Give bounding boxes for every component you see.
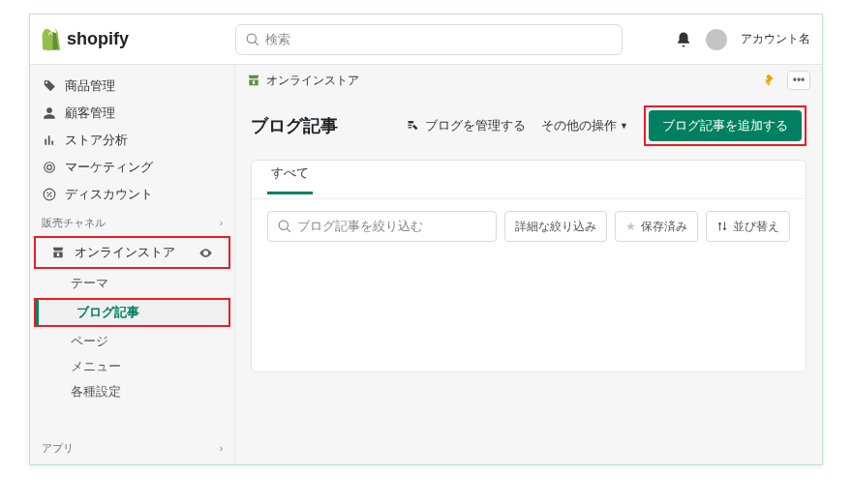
breadcrumb: オンラインストア — [247, 73, 359, 89]
shopify-bag-icon — [42, 29, 61, 50]
more-actions-button[interactable]: ••• — [787, 71, 810, 90]
svg-point-1 — [47, 165, 52, 170]
pin-button[interactable] — [762, 74, 776, 87]
other-actions-dropdown[interactable]: その他の操作 ▼ — [541, 117, 628, 134]
sort-button[interactable]: 並び替え — [706, 211, 790, 242]
sidebar-item-online-store[interactable]: オンラインストア — [42, 238, 223, 267]
svg-point-4 — [50, 195, 52, 197]
highlight-blog-posts: ブログ記事 — [34, 298, 230, 327]
chevron-right-icon[interactable]: › — [220, 443, 223, 454]
sidebar-item-discounts[interactable]: ディスカウント — [30, 181, 234, 208]
sidebar-item-add-app[interactable]: ＋ アプリを追加 — [30, 460, 234, 464]
sidebar-sub-pages[interactable]: ページ — [30, 329, 234, 354]
target-icon — [42, 161, 57, 174]
sidebar-item-label: オンラインストア — [75, 244, 175, 261]
sidebar-section-apps: アプリ › — [30, 433, 234, 460]
detailed-filter-button[interactable]: 詳細な絞り込み — [504, 211, 607, 242]
avatar[interactable] — [706, 29, 727, 50]
sidebar-item-label: ストア分析 — [65, 132, 128, 149]
store-icon — [51, 246, 67, 259]
sidebar: 商品管理 顧客管理 ストア分析 マーケティング — [30, 65, 235, 464]
search-icon — [246, 33, 259, 46]
logo: shopify — [42, 29, 235, 50]
svg-point-0 — [45, 163, 55, 173]
caret-down-icon: ▼ — [620, 121, 628, 131]
highlight-online-store: オンラインストア — [34, 236, 230, 269]
manage-blog-link[interactable]: ブログを管理する — [406, 117, 526, 134]
logo-text: shopify — [67, 29, 129, 49]
account-name: アカウント名 — [741, 31, 810, 47]
search-icon — [278, 220, 291, 233]
chevron-right-icon[interactable]: › — [220, 218, 223, 228]
eye-icon[interactable] — [198, 246, 213, 260]
sidebar-item-label: マーケティング — [65, 159, 153, 176]
sidebar-item-analytics[interactable]: ストア分析 — [30, 127, 234, 154]
star-icon: ★ — [625, 220, 636, 233]
tag-icon — [42, 79, 57, 93]
page-title: ブログ記事 — [251, 114, 338, 137]
add-blog-post-button[interactable]: ブログ記事を追加する — [649, 110, 802, 141]
saved-views-button[interactable]: ★ 保存済み — [615, 211, 698, 242]
svg-marker-7 — [767, 84, 771, 86]
highlight-add-button: ブログ記事を追加する — [644, 105, 806, 146]
pin-icon — [762, 74, 776, 87]
sidebar-item-label: 顧客管理 — [65, 104, 115, 122]
sort-icon — [716, 221, 728, 232]
tab-all[interactable]: すべて — [267, 164, 313, 194]
search-placeholder: 検索 — [265, 31, 290, 48]
content-card: すべて ブログ記事を絞り込む 詳細な絞り込み ★ 保存済み — [251, 160, 806, 372]
sidebar-sub-themes[interactable]: テーマ — [30, 271, 234, 296]
discount-icon — [42, 188, 57, 201]
person-icon — [42, 106, 57, 120]
filter-placeholder: ブログ記事を絞り込む — [297, 218, 423, 235]
sidebar-section-channels: 販売チャネル › — [30, 208, 234, 234]
sidebar-sub-blog-posts[interactable]: ブログ記事 — [36, 300, 228, 325]
filter-input[interactable]: ブログ記事を絞り込む — [267, 211, 497, 242]
chart-icon — [42, 133, 57, 147]
bell-icon — [675, 31, 692, 48]
sidebar-item-products[interactable]: 商品管理 — [30, 73, 234, 100]
store-icon — [247, 74, 260, 87]
blog-icon — [406, 119, 420, 133]
sidebar-sub-navigation[interactable]: メニュー — [30, 354, 234, 379]
sidebar-item-label: 商品管理 — [65, 77, 115, 95]
svg-point-3 — [46, 192, 48, 193]
sidebar-sub-preferences[interactable]: 各種設定 — [30, 379, 234, 404]
sidebar-item-customers[interactable]: 顧客管理 — [30, 100, 234, 127]
sidebar-item-label: ディスカウント — [65, 186, 153, 203]
sidebar-item-marketing[interactable]: マーケティング — [30, 154, 234, 181]
dots-icon: ••• — [793, 74, 806, 87]
svg-rect-6 — [768, 78, 769, 84]
search-input[interactable]: 検索 — [235, 24, 623, 55]
notifications-button[interactable] — [675, 31, 692, 48]
